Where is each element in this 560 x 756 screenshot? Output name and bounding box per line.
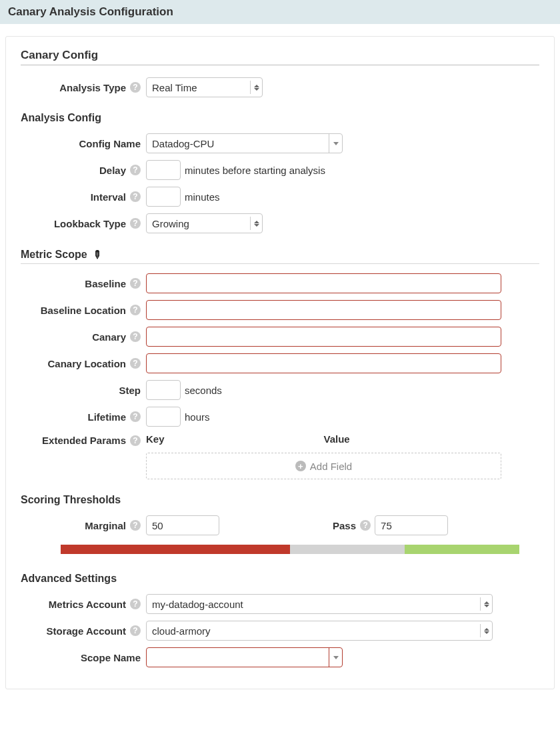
- metrics-account-select[interactable]: my-datadog-account: [146, 594, 493, 614]
- key-header: Key: [146, 433, 324, 445]
- chevron-updown-icon: [250, 81, 259, 94]
- wand-icon[interactable]: ✎: [89, 247, 105, 262]
- chevron-down-icon: [329, 648, 342, 667]
- metrics-account-label: Metrics Account: [49, 599, 126, 610]
- lifetime-input[interactable]: [146, 407, 181, 427]
- config-card: Canary Config Analysis Type ? Real Time …: [5, 36, 555, 689]
- page-title: Canary Analysis Configuration: [0, 0, 560, 24]
- step-suffix: seconds: [185, 385, 222, 396]
- help-icon[interactable]: ?: [130, 305, 141, 315]
- threshold-bar-red: [61, 545, 290, 554]
- help-icon[interactable]: ?: [130, 625, 141, 636]
- canary-location-input[interactable]: [146, 353, 501, 373]
- step-input[interactable]: [146, 380, 181, 400]
- scope-name-combo[interactable]: [146, 647, 343, 667]
- help-icon[interactable]: ?: [130, 278, 141, 289]
- baseline-location-input[interactable]: [146, 300, 501, 320]
- marginal-label: Marginal: [85, 520, 126, 531]
- canary-input[interactable]: [146, 327, 501, 347]
- help-icon[interactable]: ?: [130, 82, 141, 93]
- analysis-type-value: Real Time: [152, 82, 197, 93]
- help-icon[interactable]: ?: [360, 520, 371, 531]
- lookback-select[interactable]: Growing: [146, 213, 263, 233]
- baseline-input[interactable]: [146, 273, 501, 293]
- thresholds-title: Scoring Thresholds: [21, 494, 539, 506]
- help-icon[interactable]: ?: [130, 435, 141, 446]
- analysis-config-title: Analysis Config: [21, 112, 539, 124]
- delay-label: Delay: [99, 165, 126, 176]
- chevron-updown-icon: [480, 624, 489, 637]
- delay-suffix: minutes before starting analysis: [185, 165, 325, 176]
- help-icon[interactable]: ?: [130, 520, 141, 531]
- canary-location-label: Canary Location: [47, 358, 126, 369]
- interval-input[interactable]: [146, 187, 181, 207]
- storage-account-value: cloud-armory: [152, 625, 211, 637]
- lifetime-suffix: hours: [185, 411, 210, 423]
- extended-params-label: Extended Params: [42, 435, 126, 446]
- config-name-combo[interactable]: Datadog-CPU: [146, 133, 343, 153]
- threshold-bar-green: [405, 545, 519, 554]
- add-field-button[interactable]: + Add Field: [146, 453, 501, 479]
- chevron-down-icon: [329, 134, 342, 153]
- help-icon[interactable]: ?: [130, 191, 141, 202]
- analysis-type-label: Analysis Type: [59, 82, 126, 93]
- chevron-updown-icon: [250, 217, 259, 230]
- threshold-bar: [61, 545, 519, 554]
- interval-label: Interval: [91, 191, 126, 203]
- help-icon[interactable]: ?: [130, 165, 141, 175]
- help-icon[interactable]: ?: [130, 599, 141, 609]
- metric-scope-label: Metric Scope: [21, 249, 87, 260]
- step-label: Step: [119, 385, 141, 396]
- lookback-label: Lookback Type: [54, 218, 126, 229]
- delay-input[interactable]: [146, 160, 181, 180]
- metrics-account-value: my-datadog-account: [152, 599, 243, 610]
- baseline-location-label: Baseline Location: [41, 305, 126, 316]
- config-name-value: Datadog-CPU: [152, 138, 214, 149]
- storage-account-label: Storage Account: [47, 625, 126, 637]
- help-icon[interactable]: ?: [130, 331, 141, 342]
- help-icon[interactable]: ?: [130, 358, 141, 369]
- storage-account-select[interactable]: cloud-armory: [146, 621, 493, 641]
- threshold-bar-grey: [290, 545, 405, 554]
- card-title: Canary Config: [21, 49, 539, 65]
- add-field-label: Add Field: [310, 461, 352, 472]
- value-header: Value: [324, 433, 502, 445]
- analysis-type-select[interactable]: Real Time: [146, 77, 263, 97]
- help-icon[interactable]: ?: [130, 218, 141, 229]
- pass-label: Pass: [333, 520, 356, 531]
- chevron-updown-icon: [480, 597, 489, 611]
- interval-suffix: minutes: [185, 191, 220, 203]
- marginal-input[interactable]: [146, 515, 219, 535]
- help-icon[interactable]: ?: [130, 411, 141, 422]
- canary-label: Canary: [92, 331, 126, 343]
- config-name-label: Config Name: [79, 138, 141, 149]
- scope-name-label: Scope Name: [81, 652, 141, 663]
- advanced-title: Advanced Settings: [21, 573, 539, 585]
- pass-input[interactable]: [375, 515, 448, 535]
- lifetime-label: Lifetime: [87, 411, 126, 423]
- lookback-value: Growing: [152, 218, 189, 229]
- metric-scope-title: Metric Scope ✎: [21, 248, 539, 264]
- plus-icon: +: [295, 461, 306, 471]
- baseline-label: Baseline: [85, 278, 126, 289]
